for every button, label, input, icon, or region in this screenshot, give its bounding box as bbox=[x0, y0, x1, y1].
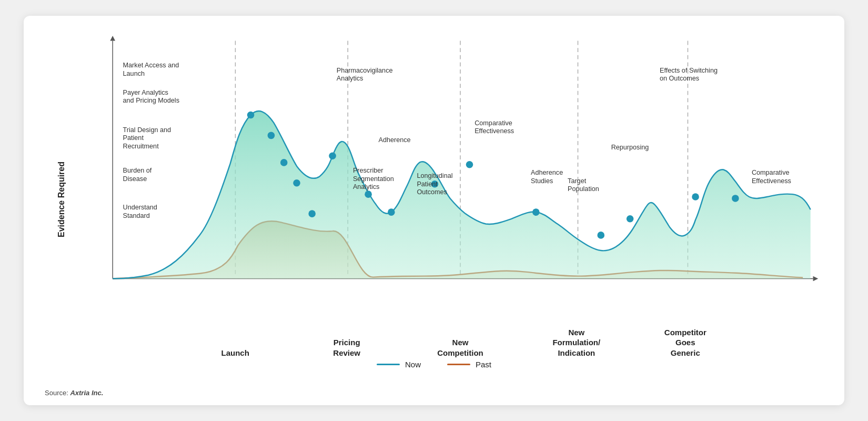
label-market-access-2: Launch bbox=[123, 70, 145, 77]
label-market-access: Market Access and bbox=[123, 62, 179, 69]
label-prescriber-3: Analytics bbox=[353, 183, 380, 191]
legend-now-label: Now bbox=[405, 360, 421, 369]
label-understand: Understand bbox=[123, 204, 157, 211]
main-card: Evidence Required bbox=[24, 16, 844, 405]
label-longitudinal-2: Patient bbox=[417, 181, 438, 188]
label-adherence: Adherence bbox=[379, 136, 411, 144]
label-target-pop-2: Population bbox=[568, 185, 599, 193]
dot-comparative-eff bbox=[466, 161, 473, 168]
label-repurposing: Repurposing bbox=[611, 144, 649, 151]
x-label-launch: Launch bbox=[209, 348, 261, 358]
x-axis-labels: Launch PricingReview NewCompetition NewF… bbox=[97, 326, 823, 358]
source-text: Source: Axtria Inc. bbox=[45, 389, 103, 397]
label-pharmacovigilance: Pharmacovigilance bbox=[337, 67, 393, 74]
label-pharmacovigilance-2: Analytics bbox=[337, 75, 364, 82]
chart-area: Evidence Required bbox=[45, 32, 823, 358]
label-comp-eff-2: Effectiveness bbox=[475, 128, 514, 135]
dot-burden-disease bbox=[293, 179, 300, 187]
chart-svg: Market Access and Launch Payer Analytics… bbox=[97, 32, 823, 326]
x-label-pricing: PricingReview bbox=[318, 337, 376, 358]
label-effects-switching-2: on Outcomes bbox=[660, 75, 699, 82]
dot-repurposing bbox=[627, 215, 634, 223]
dot-adherence-studies bbox=[532, 208, 540, 216]
label-payer-analytics: Payer Analytics bbox=[123, 89, 168, 96]
legend-area: Now Past bbox=[45, 360, 823, 369]
label-burden: Burden of bbox=[123, 167, 152, 174]
dot-target-population bbox=[597, 232, 604, 239]
chart-svg-container: Market Access and Launch Payer Analytics… bbox=[97, 32, 823, 326]
label-prescriber-2: Segmentation bbox=[353, 175, 394, 183]
dot-understand-standard bbox=[308, 210, 316, 217]
dot-market-access bbox=[247, 112, 255, 119]
dot-prescriber-seg bbox=[365, 191, 372, 198]
legend-past-label: Past bbox=[476, 360, 491, 369]
x-label-new-competition: NewCompetition bbox=[431, 337, 489, 358]
x-label-competitor-generic: CompetitorGoesGeneric bbox=[651, 327, 720, 358]
source-company: Axtria Inc. bbox=[70, 389, 103, 397]
label-target-pop: Target bbox=[568, 177, 587, 185]
label-prescriber: Prescriber bbox=[353, 167, 383, 174]
label-comp-eff-2-txt2: Effectiveness bbox=[752, 177, 791, 185]
y-axis-label: Evidence Required bbox=[57, 162, 66, 237]
label-understand-2: Standard bbox=[123, 212, 150, 219]
label-longitudinal-3: Outcomes bbox=[417, 188, 447, 196]
label-burden-2: Disease bbox=[123, 175, 147, 183]
legend-past-line bbox=[447, 364, 470, 365]
label-longitudinal: Longitudinal bbox=[417, 172, 452, 179]
y-axis-arrow bbox=[110, 36, 115, 41]
dot-comparative-eff-2 bbox=[732, 195, 739, 202]
x-label-new-formulation: NewFormulation/Indication bbox=[542, 327, 611, 358]
legend-now-line bbox=[377, 364, 400, 365]
dot-effects-switching bbox=[692, 193, 699, 201]
now-area bbox=[113, 111, 811, 278]
label-comp-eff-2-txt: Comparative bbox=[752, 169, 790, 176]
label-trial-design-2: Patient bbox=[123, 134, 144, 142]
legend-now: Now bbox=[377, 360, 421, 369]
label-adherence-studies: Adherence bbox=[531, 169, 563, 176]
label-effects-switching: Effects of Switching bbox=[660, 67, 718, 74]
dot-trial-design bbox=[280, 159, 288, 166]
legend-past: Past bbox=[447, 360, 491, 369]
dot-payer-analytics bbox=[268, 132, 275, 139]
label-payer-analytics-2: and Pricing Models bbox=[123, 97, 179, 104]
label-adherence-studies-2: Studies bbox=[531, 177, 553, 185]
dot-adherence bbox=[388, 208, 395, 216]
label-trial-design: Trial Design and bbox=[123, 126, 171, 134]
x-axis-arrow bbox=[813, 276, 819, 282]
label-comp-eff: Comparative bbox=[475, 119, 512, 127]
dot-pharmacovigilance bbox=[329, 152, 336, 159]
label-trial-design-3: Recruitment bbox=[123, 143, 159, 150]
